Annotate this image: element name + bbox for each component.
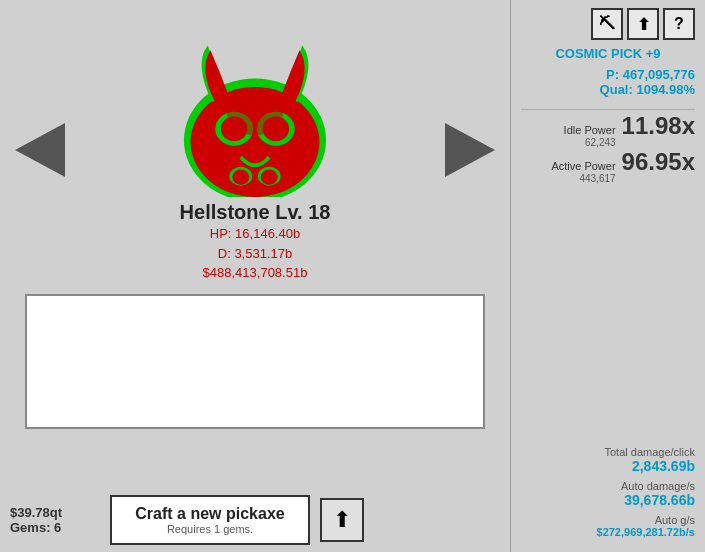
currency-display: $39.78qt Gems: 6 [10,505,100,535]
upload-icon: ⬆ [333,507,351,533]
total-dmg-value: 2,843.69b [632,458,695,474]
idle-power-labels: Idle Power 62,243 [564,124,616,148]
p-value-display: P: 467,095,776 [521,67,695,82]
active-power-labels: Active Power 443,617 [551,160,615,184]
idle-power-value: 11.98x [622,114,695,138]
qual-value-display: Qual: 1094.98% [521,82,695,97]
qual-value: 1094.98% [636,82,695,97]
auto-dmg-section: Auto damage/s 39,678.66b [521,480,695,508]
p-label: P: [606,67,619,82]
arrow-left-button[interactable] [10,123,70,178]
auto-g-value: $272,969,281.72b/s [597,526,695,538]
top-icons: ⛏ ⬆ ? [521,8,695,40]
auto-g-section: Auto g/s $272,969,281.72b/s [521,514,695,538]
monster-area: Hellstone Lv. 18 HP: 16,146.40b D: 3,531… [0,10,510,290]
pickaxe-icon-button[interactable]: ⛏ [591,8,623,40]
total-dmg-section: Total damage/click 2,843.69b [521,446,695,474]
monster-d: D: 3,531.17b [203,244,308,264]
monster-image [155,17,355,197]
monster-stats: HP: 16,146.40b D: 3,531.17b $488,413,708… [203,224,308,283]
active-power-value: 96.95x [622,150,695,174]
upload-button[interactable]: ⬆ [320,498,364,542]
gems-value: Gems: 6 [10,520,100,535]
total-dmg-label: Total damage/click [605,446,696,458]
right-arrow-icon [445,123,495,177]
monster-name: Hellstone Lv. 18 [180,201,331,224]
main-container: Hellstone Lv. 18 HP: 16,146.40b D: 3,531… [0,0,705,552]
p-value: 467,095,776 [623,67,695,82]
idle-power-row: Idle Power 62,243 11.98x [521,114,695,148]
bottom-bar: $39.78qt Gems: 6 Craft a new pickaxe Req… [0,487,510,552]
auto-dmg-label: Auto damage/s [621,480,695,492]
svg-point-10 [227,88,284,135]
help-icon-button[interactable]: ? [663,8,695,40]
active-power-sub: 443,617 [579,173,615,184]
monster-gold: $488,413,708.51b [203,263,308,283]
left-panel: Hellstone Lv. 18 HP: 16,146.40b D: 3,531… [0,0,510,552]
active-power-label: Active Power [551,160,615,173]
monster-display: Hellstone Lv. 18 HP: 16,146.40b D: 3,531… [155,17,355,283]
active-power-row: Active Power 443,617 96.95x [521,150,695,184]
idle-power-label: Idle Power [564,124,616,137]
auto-g-label: Auto g/s [655,514,695,526]
craft-button-title: Craft a new pickaxe [128,505,292,523]
svg-point-9 [261,170,278,185]
upload-icon-right: ⬆ [637,15,650,34]
craft-button-sub: Requires 1 gems. [128,523,292,535]
battle-log [25,294,485,429]
arrow-right-button[interactable] [440,123,500,178]
divider-1 [521,109,695,110]
qual-label: Qual: [600,82,633,97]
monster-hp: HP: 16,146.40b [203,224,308,244]
svg-point-7 [232,170,249,185]
idle-power-sub: 62,243 [585,137,616,148]
craft-pickaxe-button[interactable]: Craft a new pickaxe Requires 1 gems. [110,495,310,545]
right-panel: ⛏ ⬆ ? COSMIC PICK +9 P: 467,095,776 Qual… [510,0,705,552]
auto-dmg-value: 39,678.66b [624,492,695,508]
upload-icon-button[interactable]: ⬆ [627,8,659,40]
currency-value: $39.78qt [10,505,100,520]
left-arrow-icon [15,123,65,177]
help-icon: ? [674,15,684,33]
pickaxe-icon: ⛏ [599,15,615,33]
pickaxe-title: COSMIC PICK +9 [521,46,695,61]
p-qual-section: P: 467,095,776 Qual: 1094.98% [521,67,695,97]
